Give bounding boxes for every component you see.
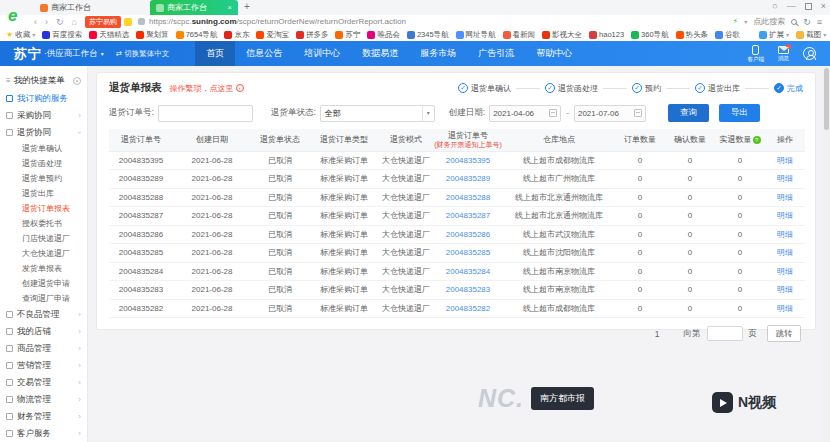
nav-item-home[interactable]: 首页: [195, 41, 235, 66]
chevron-down-icon[interactable]: ▾: [744, 18, 747, 25]
sidebar-item-create-return[interactable]: 创建退货申请: [0, 276, 87, 291]
bookmark-item[interactable]: 360导航: [631, 30, 669, 40]
browser-tool-item[interactable]: 扩展 ▾: [759, 30, 789, 40]
search-button[interactable]: 查询: [668, 104, 709, 122]
sidebar-item-query-return[interactable]: 查询退厂申请: [0, 291, 87, 306]
nav-item-help[interactable]: 帮助中心: [525, 41, 583, 66]
detail-link[interactable]: 明细: [765, 262, 805, 281]
suning-extension-badge[interactable]: 苏宁易购: [85, 16, 121, 28]
sidebar-group-trade[interactable]: 交易管理›: [0, 374, 87, 391]
cell-link-no[interactable]: 2004835285: [433, 244, 503, 263]
browser-tab-inactive[interactable]: 商家工作台: [34, 0, 146, 15]
sidebar-item-return-confirm[interactable]: 退货单确认: [0, 141, 87, 156]
cell-link-no[interactable]: 2004835282: [433, 299, 503, 318]
bookmark-item[interactable]: 爱淘宝: [256, 30, 289, 40]
bookmark-item[interactable]: 影视大全: [542, 30, 582, 40]
sidebar-group-return[interactable]: 退货协同 ›: [0, 124, 87, 141]
url-field[interactable]: https://scpc.suning.com/scpc/returnOrder…: [149, 17, 406, 26]
detail-link[interactable]: 明细: [765, 281, 805, 300]
bookmark-item[interactable]: 拼多多: [296, 30, 329, 40]
sidebar-group-my-shop[interactable]: 我的店铺›: [0, 323, 87, 340]
sidebar-group-finance[interactable]: 财务管理›: [0, 408, 87, 425]
sidebar-item-authorization[interactable]: 授权委托书: [0, 216, 87, 231]
sidebar-item-store-express[interactable]: 门店快递退厂: [0, 231, 87, 246]
status-select[interactable]: 全部 ▾: [320, 105, 435, 122]
page-scrollbar[interactable]: [823, 66, 830, 442]
cell-link-no[interactable]: 2004835283: [433, 281, 503, 300]
sidebar-item-return-outbound[interactable]: 退货出库: [0, 186, 87, 201]
brand-logo[interactable]: 苏宁: [14, 45, 42, 63]
sidebar-item-shipping-report[interactable]: 发货单报表: [0, 261, 87, 276]
sidebar-group-purchase[interactable]: 采购协同 ›: [0, 107, 87, 124]
bookmark-item[interactable]: 苏宁: [335, 30, 360, 40]
export-button[interactable]: 导出: [719, 104, 760, 122]
cell-link-no[interactable]: 2004835287: [433, 207, 503, 226]
goto-button[interactable]: 跳转: [767, 325, 801, 342]
messages-button[interactable]: 消息: [778, 46, 789, 62]
nav-item-ads[interactable]: 广告引流: [467, 41, 525, 66]
date-to-input[interactable]: 2021-07-06: [574, 105, 646, 122]
sidebar-item-return-report[interactable]: 退货订单报表: [0, 201, 87, 216]
home-button[interactable]: ⌂: [72, 17, 77, 27]
bookmark-item[interactable]: 2345导航: [407, 30, 449, 40]
favorites-button[interactable]: ★ 收藏 ▾: [6, 30, 35, 40]
cell-link-no[interactable]: 2004835284: [433, 262, 503, 281]
cell-link-no[interactable]: 2004835288: [433, 188, 503, 207]
detail-link[interactable]: 明细: [765, 299, 805, 318]
detail-link[interactable]: 明细: [765, 225, 805, 244]
back-button[interactable]: ‹: [34, 17, 37, 27]
menu-icon[interactable]: ≡: [817, 17, 822, 27]
sidebar-group-customer-service[interactable]: 客户服务›: [0, 425, 87, 442]
sidebar-item-return-appointment[interactable]: 退货单预约: [0, 171, 87, 186]
browser-tool-item[interactable]: 截图 ▾: [796, 30, 826, 40]
detail-link[interactable]: 明细: [765, 244, 805, 263]
language-switch[interactable]: ⇄切换繁体中文: [116, 49, 169, 59]
sidebar-item-my-services[interactable]: 我订购的服务: [0, 90, 87, 107]
browser-logo[interactable]: e: [8, 6, 17, 26]
sidebar-item-warehouse-express[interactable]: 大仓快递退厂: [0, 246, 87, 261]
sidebar-group-products[interactable]: 商品管理›: [0, 340, 87, 357]
nav-item-data[interactable]: 数据易道: [351, 41, 409, 66]
bookmark-item[interactable]: 网址导航: [456, 30, 496, 40]
hamburger-icon[interactable]: ≡: [6, 76, 11, 85]
site-security-icon[interactable]: [138, 18, 145, 25]
user-avatar-icon[interactable]: [803, 47, 816, 60]
date-from-input[interactable]: 2021-04-06: [489, 105, 561, 122]
bookmark-item[interactable]: 7654导航: [176, 30, 218, 40]
bookmark-item[interactable]: 天猫精选: [89, 30, 129, 40]
cell-link-no[interactable]: 2004835286: [433, 225, 503, 244]
client-app-button[interactable]: 客户端: [748, 45, 765, 63]
browser-tab-active[interactable]: 商家工作台 ×: [150, 0, 238, 15]
search-hint[interactable]: 点此搜索: [753, 16, 785, 27]
order-no-input[interactable]: [158, 105, 253, 122]
sidebar-group-defective[interactable]: 不良品管理›: [0, 306, 87, 323]
sidebar-group-logistics[interactable]: 物流管理›: [0, 391, 87, 408]
nav-item-training[interactable]: 培训中心: [293, 41, 351, 66]
speed-mode-icon[interactable]: ⚡: [733, 17, 739, 26]
bookmark-item[interactable]: 唯品会: [367, 30, 400, 40]
tab-close-icon[interactable]: ×: [227, 3, 232, 12]
bookmark-item[interactable]: 热头条: [676, 30, 709, 40]
extension-icon[interactable]: [124, 18, 132, 26]
maximize-button[interactable]: [805, 3, 812, 10]
search-icon[interactable]: [791, 19, 797, 25]
bookmark-item[interactable]: hao123: [589, 30, 624, 39]
bookmark-item[interactable]: 看新闻: [503, 30, 536, 40]
sidebar-item-return-letter[interactable]: 退货函处理: [0, 156, 87, 171]
nav-item-announcements[interactable]: 信息公告: [235, 41, 293, 66]
goto-page-input[interactable]: [707, 326, 743, 341]
refresh-button[interactable]: ↻: [56, 17, 64, 27]
bookmark-item[interactable]: 百度搜索: [42, 30, 82, 40]
cell-link-no[interactable]: 2004835289: [433, 170, 503, 189]
bookmark-item[interactable]: 谷歌: [715, 30, 740, 40]
shortcut-hint-link[interactable]: 操作繁琐，点这里 ›: [170, 83, 244, 94]
gear-icon[interactable]: [73, 77, 81, 85]
sidebar-group-marketing[interactable]: 营销管理›: [0, 357, 87, 374]
detail-link[interactable]: 明细: [765, 207, 805, 226]
scrollbar-thumb[interactable]: [824, 68, 829, 130]
minimize-button[interactable]: —: [787, 1, 796, 11]
bookmark-item[interactable]: 聚划算: [136, 30, 169, 40]
detail-link[interactable]: 明细: [765, 170, 805, 189]
nav-item-service-market[interactable]: 服务市场: [409, 41, 467, 66]
help-icon[interactable]: ?: [753, 136, 761, 144]
